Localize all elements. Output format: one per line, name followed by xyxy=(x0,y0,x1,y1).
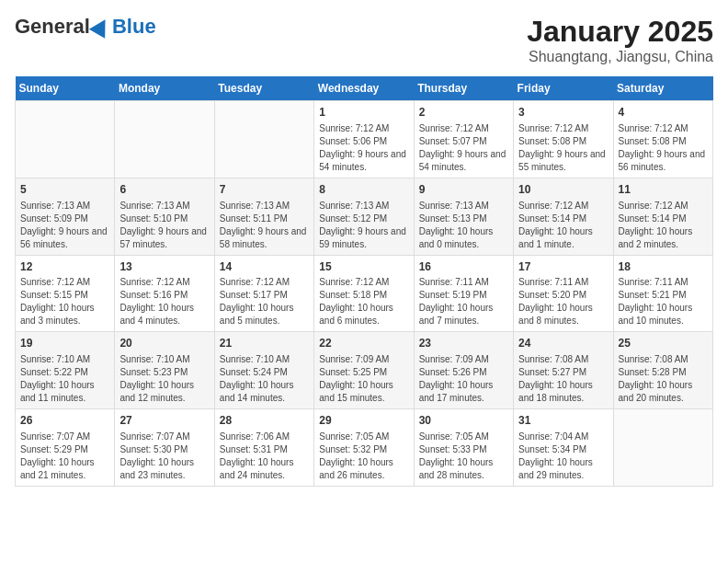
day-info: Sunrise: 7:12 AM Sunset: 5:07 PM Dayligh… xyxy=(419,122,508,174)
day-info: Sunrise: 7:11 AM Sunset: 5:21 PM Dayligh… xyxy=(619,276,708,327)
header-tuesday: Tuesday xyxy=(214,76,313,101)
calendar-cell xyxy=(115,101,214,178)
day-info: Sunrise: 7:12 AM Sunset: 5:15 PM Dayligh… xyxy=(20,276,109,327)
day-info: Sunrise: 7:05 AM Sunset: 5:32 PM Dayligh… xyxy=(319,431,408,482)
calendar-cell: 10Sunrise: 7:12 AM Sunset: 5:14 PM Dayli… xyxy=(514,178,613,255)
week-row-5: 26Sunrise: 7:07 AM Sunset: 5:29 PM Dayli… xyxy=(16,409,713,487)
header-monday: Monday xyxy=(115,76,214,101)
day-number: 21 xyxy=(220,336,309,351)
week-row-1: 1Sunrise: 7:12 AM Sunset: 5:06 PM Daylig… xyxy=(16,101,713,178)
calendar-cell: 31Sunrise: 7:04 AM Sunset: 5:34 PM Dayli… xyxy=(514,409,613,487)
calendar-cell: 28Sunrise: 7:06 AM Sunset: 5:31 PM Dayli… xyxy=(214,409,313,487)
calendar-cell: 22Sunrise: 7:09 AM Sunset: 5:25 PM Dayli… xyxy=(314,332,414,409)
day-number: 19 xyxy=(20,336,109,351)
day-number: 11 xyxy=(619,182,708,198)
day-info: Sunrise: 7:10 AM Sunset: 5:23 PM Dayligh… xyxy=(119,353,209,405)
day-info: Sunrise: 7:13 AM Sunset: 5:13 PM Dayligh… xyxy=(419,200,508,251)
day-number: 24 xyxy=(518,336,608,351)
calendar-cell: 21Sunrise: 7:10 AM Sunset: 5:24 PM Dayli… xyxy=(214,332,313,409)
calendar-cell: 9Sunrise: 7:13 AM Sunset: 5:13 PM Daylig… xyxy=(414,178,513,255)
calendar-cell: 7Sunrise: 7:13 AM Sunset: 5:11 PM Daylig… xyxy=(214,178,313,255)
day-number: 15 xyxy=(319,259,408,275)
day-number: 25 xyxy=(619,336,708,351)
day-number: 18 xyxy=(619,259,708,275)
calendar-cell xyxy=(16,101,115,178)
calendar-cell: 8Sunrise: 7:13 AM Sunset: 5:12 PM Daylig… xyxy=(314,178,414,255)
calendar-cell: 15Sunrise: 7:12 AM Sunset: 5:18 PM Dayli… xyxy=(314,255,414,332)
calendar-cell xyxy=(613,409,712,487)
calendar-cell: 13Sunrise: 7:12 AM Sunset: 5:16 PM Dayli… xyxy=(115,255,214,332)
day-info: Sunrise: 7:11 AM Sunset: 5:19 PM Dayligh… xyxy=(419,276,508,327)
day-number: 10 xyxy=(518,182,608,198)
day-info: Sunrise: 7:12 AM Sunset: 5:06 PM Dayligh… xyxy=(319,122,408,174)
logo: General Blue xyxy=(15,15,156,39)
day-info: Sunrise: 7:13 AM Sunset: 5:10 PM Dayligh… xyxy=(119,200,209,251)
calendar-cell: 17Sunrise: 7:11 AM Sunset: 5:20 PM Dayli… xyxy=(514,255,613,332)
day-info: Sunrise: 7:05 AM Sunset: 5:33 PM Dayligh… xyxy=(419,431,508,482)
day-number: 5 xyxy=(20,182,109,198)
day-number: 30 xyxy=(419,413,508,429)
day-info: Sunrise: 7:08 AM Sunset: 5:28 PM Dayligh… xyxy=(619,353,708,405)
day-info: Sunrise: 7:12 AM Sunset: 5:17 PM Dayligh… xyxy=(220,276,309,327)
calendar-cell: 20Sunrise: 7:10 AM Sunset: 5:23 PM Dayli… xyxy=(115,332,214,409)
day-number: 13 xyxy=(119,259,209,275)
day-info: Sunrise: 7:12 AM Sunset: 5:14 PM Dayligh… xyxy=(518,200,608,251)
calendar-cell: 16Sunrise: 7:11 AM Sunset: 5:19 PM Dayli… xyxy=(414,255,513,332)
calendar-cell: 26Sunrise: 7:07 AM Sunset: 5:29 PM Dayli… xyxy=(16,409,115,487)
day-info: Sunrise: 7:11 AM Sunset: 5:20 PM Dayligh… xyxy=(518,276,608,327)
month-title: January 2025 xyxy=(527,15,713,49)
day-number: 16 xyxy=(419,259,508,275)
day-number: 23 xyxy=(419,336,508,351)
calendar-cell: 6Sunrise: 7:13 AM Sunset: 5:10 PM Daylig… xyxy=(115,178,214,255)
logo-general-text: General xyxy=(15,15,90,39)
day-number: 4 xyxy=(619,105,708,121)
header-saturday: Saturday xyxy=(613,76,712,101)
day-info: Sunrise: 7:13 AM Sunset: 5:09 PM Dayligh… xyxy=(20,200,109,251)
calendar-cell: 12Sunrise: 7:12 AM Sunset: 5:15 PM Dayli… xyxy=(16,255,115,332)
day-info: Sunrise: 7:09 AM Sunset: 5:26 PM Dayligh… xyxy=(419,353,508,405)
day-number: 9 xyxy=(419,182,508,198)
day-number: 8 xyxy=(319,182,408,198)
day-info: Sunrise: 7:13 AM Sunset: 5:12 PM Dayligh… xyxy=(319,200,408,251)
header-wednesday: Wednesday xyxy=(314,76,414,101)
calendar-cell: 24Sunrise: 7:08 AM Sunset: 5:27 PM Dayli… xyxy=(514,332,613,409)
title-block: January 2025 Shuangtang, Jiangsu, China xyxy=(527,15,713,65)
day-number: 22 xyxy=(319,336,408,351)
day-number: 26 xyxy=(20,413,109,429)
calendar-cell: 5Sunrise: 7:13 AM Sunset: 5:09 PM Daylig… xyxy=(16,178,115,255)
day-number: 1 xyxy=(319,105,408,121)
day-info: Sunrise: 7:12 AM Sunset: 5:16 PM Dayligh… xyxy=(119,276,209,327)
calendar-cell: 2Sunrise: 7:12 AM Sunset: 5:07 PM Daylig… xyxy=(414,101,513,178)
day-info: Sunrise: 7:07 AM Sunset: 5:30 PM Dayligh… xyxy=(119,431,209,482)
calendar-table: SundayMondayTuesdayWednesdayThursdayFrid… xyxy=(15,76,713,487)
day-info: Sunrise: 7:08 AM Sunset: 5:27 PM Dayligh… xyxy=(518,353,608,405)
day-info: Sunrise: 7:12 AM Sunset: 5:14 PM Dayligh… xyxy=(619,200,708,251)
header-sunday: Sunday xyxy=(16,76,115,101)
day-info: Sunrise: 7:10 AM Sunset: 5:22 PM Dayligh… xyxy=(20,353,109,405)
week-row-3: 12Sunrise: 7:12 AM Sunset: 5:15 PM Dayli… xyxy=(16,255,713,332)
calendar-cell: 27Sunrise: 7:07 AM Sunset: 5:30 PM Dayli… xyxy=(115,409,214,487)
day-info: Sunrise: 7:06 AM Sunset: 5:31 PM Dayligh… xyxy=(220,431,309,482)
calendar-cell: 30Sunrise: 7:05 AM Sunset: 5:33 PM Dayli… xyxy=(414,409,513,487)
day-number: 28 xyxy=(220,413,309,429)
day-info: Sunrise: 7:10 AM Sunset: 5:24 PM Dayligh… xyxy=(220,353,309,405)
day-number: 20 xyxy=(119,336,209,351)
day-info: Sunrise: 7:12 AM Sunset: 5:18 PM Dayligh… xyxy=(319,276,408,327)
day-info: Sunrise: 7:07 AM Sunset: 5:29 PM Dayligh… xyxy=(20,431,109,482)
day-number: 31 xyxy=(518,413,608,429)
calendar-cell: 3Sunrise: 7:12 AM Sunset: 5:08 PM Daylig… xyxy=(514,101,613,178)
calendar-cell xyxy=(214,101,313,178)
day-number: 6 xyxy=(119,182,209,198)
calendar-cell: 4Sunrise: 7:12 AM Sunset: 5:08 PM Daylig… xyxy=(613,101,712,178)
calendar-cell: 23Sunrise: 7:09 AM Sunset: 5:26 PM Dayli… xyxy=(414,332,513,409)
day-info: Sunrise: 7:09 AM Sunset: 5:25 PM Dayligh… xyxy=(319,353,408,405)
day-number: 14 xyxy=(220,259,309,275)
header-friday: Friday xyxy=(514,76,613,101)
calendar-cell: 18Sunrise: 7:11 AM Sunset: 5:21 PM Dayli… xyxy=(613,255,712,332)
calendar-header-row: SundayMondayTuesdayWednesdayThursdayFrid… xyxy=(16,76,713,101)
day-number: 3 xyxy=(518,105,608,121)
day-number: 17 xyxy=(518,259,608,275)
day-info: Sunrise: 7:12 AM Sunset: 5:08 PM Dayligh… xyxy=(619,122,708,174)
week-row-2: 5Sunrise: 7:13 AM Sunset: 5:09 PM Daylig… xyxy=(16,178,713,255)
week-row-4: 19Sunrise: 7:10 AM Sunset: 5:22 PM Dayli… xyxy=(16,332,713,409)
